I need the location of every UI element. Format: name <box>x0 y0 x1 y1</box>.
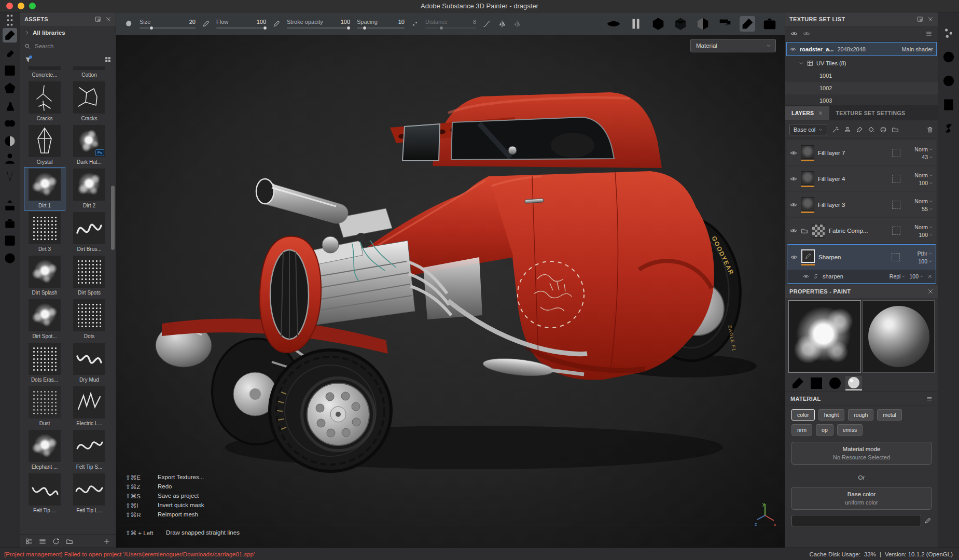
opacity-select[interactable]: 100 <box>918 258 933 264</box>
edit-color-icon[interactable] <box>924 517 932 524</box>
blend-mode-select[interactable]: Norm <box>914 198 933 204</box>
channel-color-button[interactable]: color <box>791 409 815 421</box>
effect-visibility-icon[interactable] <box>803 273 809 279</box>
asset-item[interactable]: Felt Tip S... <box>68 428 110 472</box>
mask-placeholder[interactable] <box>892 201 900 209</box>
mask-placeholder[interactable] <box>892 227 900 235</box>
texture-set-menu-icon[interactable] <box>925 30 933 37</box>
layer-visibility-icon[interactable] <box>790 227 797 234</box>
projection-tool-button[interactable] <box>3 63 17 78</box>
asset-item[interactable]: Electric L... <box>68 385 110 428</box>
stroke-opacity-slider[interactable]: Stroke opacity100 <box>287 19 350 29</box>
drag-handle-icon[interactable] <box>3 16 17 25</box>
channel-op-button[interactable]: op <box>816 424 833 436</box>
blend-mode-select[interactable]: Norm <box>914 172 933 178</box>
resources-button[interactable] <box>3 216 17 230</box>
add-asset-icon[interactable] <box>103 538 110 545</box>
tab-layers[interactable]: LAYERS <box>785 106 829 120</box>
tab-texture-set-settings[interactable]: TEXTURE SET SETTINGS <box>829 106 911 120</box>
export-button[interactable] <box>3 198 17 213</box>
mask-placeholder[interactable] <box>892 253 900 261</box>
thumbnail-view-icon[interactable] <box>25 538 33 545</box>
opacity-select[interactable]: 100 <box>919 180 933 186</box>
channel-height-button[interactable]: height <box>818 409 845 421</box>
display-settings-button[interactable] <box>941 26 956 40</box>
size-slider[interactable]: Size20 <box>140 19 196 29</box>
list-view-icon[interactable] <box>39 538 46 545</box>
layer-visibility-icon[interactable] <box>790 201 797 208</box>
blend-mode-select[interactable]: Pthr <box>918 250 933 257</box>
opacity-select[interactable]: 100 <box>919 232 933 238</box>
refresh-icon[interactable] <box>52 538 60 545</box>
layer-visibility-icon[interactable] <box>790 254 798 261</box>
radial-symmetry-icon[interactable] <box>513 20 521 28</box>
effect-mode-select[interactable]: Repl <box>889 273 906 279</box>
asset-item[interactable]: Dirt Spot... <box>24 298 65 341</box>
tab-brush[interactable] <box>789 376 806 390</box>
spacing-slider[interactable]: Spacing10 <box>357 19 405 29</box>
asset-item[interactable]: Dirt Spots <box>68 254 110 298</box>
pause-engine-button[interactable] <box>628 16 644 32</box>
asset-item[interactable]: Dust <box>24 385 65 428</box>
material-menu-icon[interactable] <box>926 396 933 402</box>
pen-pressure-flow-icon[interactable] <box>273 20 280 27</box>
size-slider-handle[interactable] <box>149 26 154 30</box>
hide-ui-button[interactable] <box>606 16 621 32</box>
add-effect-icon[interactable] <box>832 126 839 133</box>
layer-row[interactable]: Fill layer 3 Norm 55 <box>787 192 936 217</box>
close-panel-icon[interactable] <box>927 16 934 22</box>
brush-preview-icon[interactable] <box>123 19 133 29</box>
asset-item[interactable]: Dots Eras... <box>24 341 65 385</box>
grid-view-icon[interactable] <box>104 56 112 63</box>
stroke-opacity-slider-handle[interactable] <box>346 26 351 30</box>
split-view-button[interactable] <box>673 16 688 32</box>
add-smart-material-icon[interactable] <box>880 126 887 133</box>
distance-slider[interactable]: Distance8 <box>425 19 476 29</box>
uv-tile-item[interactable]: 1002 <box>785 82 938 94</box>
close-panel-icon[interactable] <box>927 288 934 295</box>
undock-panel-icon[interactable] <box>95 16 101 22</box>
layer-effect-row[interactable]: sharpen Repl 100 <box>787 270 936 283</box>
blend-mode-select[interactable]: Norm <box>914 146 933 152</box>
brush-alpha-preview[interactable] <box>788 300 861 373</box>
layer-group-row[interactable]: Fabric Comp... Norm 100 <box>787 218 936 243</box>
asset-item[interactable]: PsDark Hat... <box>68 123 110 167</box>
material-mode-button[interactable]: Material mode No Resource Selected <box>791 442 932 465</box>
asset-item[interactable]: Felt Tip ... <box>24 472 65 515</box>
layer-row[interactable]: Fill layer 7 Norm 43 <box>787 141 936 165</box>
asset-item[interactable]: Dirt 3 <box>24 211 65 254</box>
smudge-tool-button[interactable] <box>3 99 17 113</box>
material-sphere-preview[interactable] <box>863 300 935 373</box>
channel-metal-button[interactable]: metal <box>877 409 902 421</box>
history-button[interactable] <box>941 74 956 88</box>
channel-emiss-button[interactable]: emiss <box>837 424 863 436</box>
asset-item[interactable]: Elephant ... <box>24 428 65 472</box>
layer-row-selected[interactable]: Sharpen Pthr 100 <box>787 245 936 270</box>
spacing-slider-handle[interactable] <box>363 26 367 30</box>
asset-item[interactable]: Crystal <box>24 123 65 167</box>
layer-visibility-icon[interactable] <box>790 175 797 183</box>
asset-item-selected[interactable]: Dirt 1 <box>24 167 65 211</box>
channel-select[interactable]: Base col <box>789 124 827 135</box>
perspective-view-button[interactable] <box>650 16 666 32</box>
asset-item[interactable]: Dry Mud <box>68 341 110 385</box>
remove-effect-icon[interactable] <box>927 274 933 279</box>
scatter-icon[interactable] <box>411 20 419 27</box>
pen-pressure-size-icon[interactable] <box>202 20 210 27</box>
search-input[interactable] <box>34 43 116 50</box>
flow-slider-handle[interactable] <box>263 26 267 30</box>
viewport-3d[interactable]: GOODYEAR EAGLE F1 <box>116 35 785 548</box>
bake-mesh-maps-button[interactable] <box>3 251 17 265</box>
add-group-icon[interactable] <box>892 126 899 133</box>
asset-item[interactable]: Cotton <box>68 66 110 80</box>
painting-mode-button[interactable] <box>740 16 755 32</box>
add-fill-layer-icon[interactable] <box>868 126 875 133</box>
opacity-select[interactable]: 43 <box>922 154 933 160</box>
color-value-input[interactable] <box>791 515 921 526</box>
uv-tiles-row[interactable]: UV Tiles (8) <box>785 57 938 69</box>
asset-item[interactable]: Cracks <box>68 80 110 123</box>
folder-icon[interactable] <box>66 538 73 545</box>
library-selector[interactable]: All libraries <box>20 26 116 39</box>
flow-slider[interactable]: Flow100 <box>216 19 266 29</box>
symmetry-icon[interactable] <box>498 20 506 28</box>
